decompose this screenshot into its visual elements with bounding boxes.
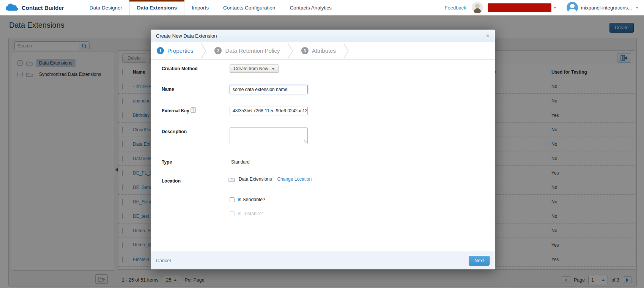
step-label: Data Retention Policy <box>225 47 280 54</box>
step-properties[interactable]: 1Properties <box>157 47 193 54</box>
modal-body: Creation Method Create from New Name som… <box>151 60 495 252</box>
is-testable-label: Is Testable? <box>238 211 263 216</box>
is-sendable-label: Is Sendable? <box>238 197 265 202</box>
brand: Contact Builder <box>0 0 64 15</box>
feedback-link[interactable]: Feedback <box>445 5 466 11</box>
create-data-extension-modal: Create New Data Extension × 1Properties2… <box>151 30 495 269</box>
is-sendable-checkbox[interactable] <box>230 197 235 202</box>
nav-tabs: Data DesignerData ExtensionsImportsConta… <box>82 0 339 15</box>
step-separator-chevron-icon <box>288 43 294 59</box>
name-label: Name <box>162 87 174 92</box>
chevron-down-icon <box>272 68 275 70</box>
app-title: Contact Builder <box>22 5 64 11</box>
is-testable-checkbox <box>230 211 235 216</box>
step-data-retention-policy[interactable]: 2Data Retention Policy <box>214 47 280 54</box>
nav-right: Feedback mixpanel-integrations... <box>445 0 644 15</box>
folder-icon <box>228 177 235 182</box>
nav-tab-contacts-configuration[interactable]: Contacts Configuration <box>216 0 282 15</box>
step-separator-chevron-icon <box>201 43 207 59</box>
cancel-link[interactable]: Cancel <box>156 258 171 263</box>
modal-header: Create New Data Extension × <box>151 30 495 42</box>
description-textarea[interactable] <box>230 127 308 144</box>
step-separator-chevron-icon <box>343 43 350 59</box>
step-label: Attributes <box>312 47 336 54</box>
is-testable-row: Is Testable? <box>230 211 263 216</box>
chevron-down-icon[interactable] <box>553 7 556 9</box>
wizard-steps: 1Properties2Data Retention Policy3Attrib… <box>151 42 495 60</box>
location-label: Location <box>162 178 181 184</box>
top-nav: Contact Builder Data DesignerData Extens… <box>0 0 644 16</box>
type-label: Type <box>162 159 172 165</box>
nav-tab-imports[interactable]: Imports <box>184 0 216 15</box>
description-label: Description <box>162 129 187 134</box>
step-attributes[interactable]: 3Attributes <box>301 47 336 54</box>
nav-tab-data-extensions[interactable]: Data Extensions <box>129 0 184 15</box>
einstein-avatar <box>472 2 483 13</box>
nav-tab-data-designer[interactable]: Data Designer <box>82 0 129 15</box>
close-icon[interactable]: × <box>486 33 490 39</box>
user-avatar-icon <box>567 2 578 13</box>
is-sendable-row: Is Sendable? <box>230 197 265 202</box>
nav-tab-contacts-analytics[interactable]: Contacts Analytics <box>282 0 339 15</box>
account-name: mixpanel-integrations... <box>581 5 632 11</box>
name-input[interactable]: some data extension name <box>230 85 308 94</box>
change-location-link[interactable]: Change Location <box>277 176 312 182</box>
next-button[interactable]: Next <box>469 256 490 266</box>
help-icon[interactable]: ? <box>191 107 196 113</box>
step-number: 2 <box>214 47 222 54</box>
resize-grip-icon[interactable] <box>304 140 307 143</box>
location-value: Data Extensions <box>239 176 272 182</box>
external-key-input[interactable]: 48f353b6-7268-11ec-90d6-0242ac1200 <box>230 107 308 115</box>
cloud-logo-icon <box>5 3 18 12</box>
step-label: Properties <box>167 47 193 54</box>
creation-method-value: Create from New <box>234 66 268 71</box>
creation-method-label: Creation Method <box>162 66 198 71</box>
account-redacted-box[interactable] <box>488 3 551 12</box>
location-row: Data Extensions Change Location <box>228 176 312 182</box>
type-value: Standard <box>231 159 250 165</box>
modal-footer: Cancel Next <box>151 252 495 269</box>
creation-method-dropdown[interactable]: Create from New <box>230 65 279 73</box>
step-number: 1 <box>157 47 164 54</box>
account-chevron-down-icon[interactable] <box>636 7 639 9</box>
name-input-value: some data extension name <box>233 87 287 92</box>
text-cursor <box>288 87 288 92</box>
external-key-label: External Key <box>162 108 189 113</box>
modal-title: Create New Data Extension <box>156 33 217 39</box>
step-number: 3 <box>301 47 309 54</box>
